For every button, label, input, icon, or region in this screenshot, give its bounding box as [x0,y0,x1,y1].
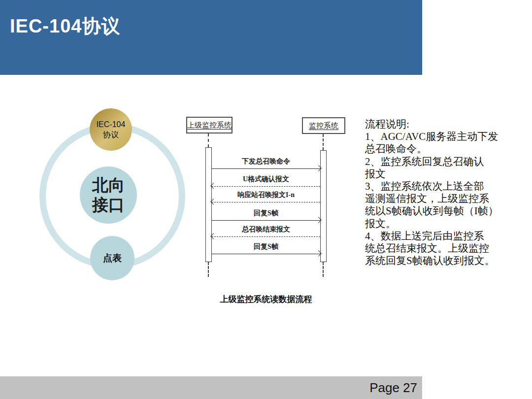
notes-line: 遥测遥信报文，上级监控系 [365,193,513,205]
point-table-badge: 点表 [90,236,134,280]
lifeline-left-top [208,133,209,147]
badge-line1: IEC-104 [97,119,126,130]
center-line2: 接口 [92,195,125,215]
lifeline-left-bottom [208,262,209,277]
notes-line: 报文。 [365,218,513,230]
page-title: IEC-104协议 [10,14,120,39]
notes-heading: 流程说明: [365,118,513,131]
northbound-interface-circle: 北向 接口 [80,166,137,224]
notes-panel: 流程说明: 1、AGC/AVC服务器主动下发 总召唤命令。 2、监控系统回复总召… [365,118,513,267]
actor-monitoring-system: 监控系统 [302,117,345,134]
point-table-label: 点表 [103,252,122,265]
message-label: 回复S帧 [182,242,350,251]
message-arrow-left [212,202,320,202]
message-label: 下发总召唤命令 [182,157,350,166]
notes-line: 报文 [365,168,513,180]
notes-line: 2、监控系统回复总召确认 [365,156,513,168]
page-number: Page 27 [369,380,417,396]
message-label: 总召唤结束报文 [182,225,350,234]
notes-line: 3、监控系统依次上送全部 [365,180,513,193]
actor-superior-monitoring-system: 上级监控系统 [186,117,233,133]
message-arrow-left [212,236,320,237]
iec104-protocol-badge: IEC-104 协议 [90,108,132,151]
message-arrow-right [212,254,320,254]
notes-line: 统总召结束报文。上级监控 [365,242,513,255]
message-arrow-right [212,168,320,169]
notes-line: 4、数据上送完后由监控系 [365,230,513,242]
diagram-caption: 上级监控系统读数据流程 [197,294,335,305]
lifeline-right-bottom [323,262,324,277]
notes-line: 总召唤命令。 [365,143,513,155]
notes-line: 系统回复S帧确认收到报文。 [365,255,513,267]
notes-line: 统以S帧确认收到每帧（I帧） [365,205,513,217]
badge-line2: 协议 [103,130,119,140]
message-arrow-left [212,186,320,187]
lifeline-right-top [323,134,324,150]
message-label: 回复S帧 [182,209,350,218]
slide-footer: Page 27 [0,376,422,399]
center-line1: 北向 [92,175,125,195]
slide: IEC-104协议 IEC-104 协议 北向 接口 点表 上级监控系统 监控系… [0,0,532,399]
message-label: 响应站召唤报文I-n [182,191,350,200]
message-arrow-right [212,220,320,221]
slide-header: IEC-104协议 [0,0,422,75]
message-label: U格式确认报文 [182,175,350,184]
actor-label: 监控系统 [309,121,338,131]
actor-label: 上级监控系统 [187,121,232,130]
notes-line: 1、AGC/AVC服务器主动下发 [365,131,513,143]
